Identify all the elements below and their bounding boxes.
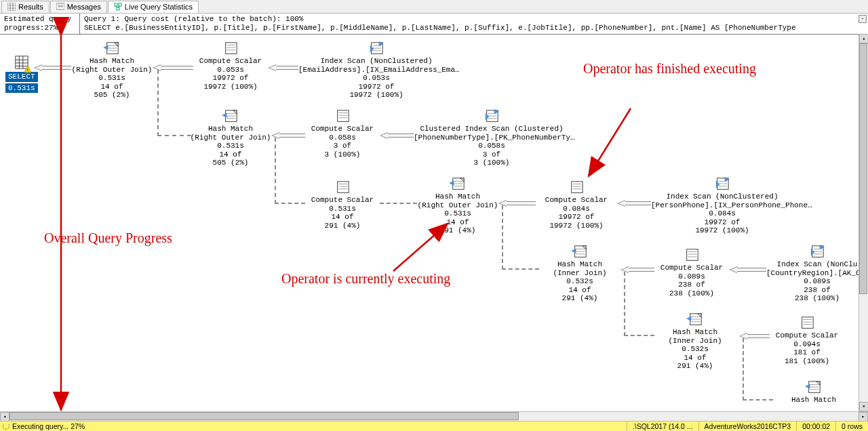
index-scan-icon	[713, 177, 732, 192]
arrow	[34, 64, 71, 71]
live-stats-icon	[114, 3, 122, 11]
op-hash-match-1[interactable]: Hash Match (Right Outer Join) 0.531s 14 …	[71, 41, 153, 100]
connector	[275, 138, 276, 204]
op-hash-match-6[interactable]: Hash Match	[773, 380, 854, 405]
status-bar: Executing query... 27% .\SQL2017 (14.0 .…	[0, 421, 868, 431]
arrow	[729, 266, 766, 273]
svg-marker-91	[686, 316, 691, 321]
svg-rect-95	[802, 317, 814, 329]
status-server: .\SQL2017 (14.0 ...	[627, 422, 698, 431]
status-database: AdventureWorks2016CTP3	[698, 422, 797, 431]
svg-marker-101	[805, 384, 810, 389]
scroll-up-button[interactable]: ▴	[859, 34, 868, 43]
query-cost-panel: Query 1: Query cost (relative to the bat…	[80, 14, 868, 34]
connector	[743, 338, 744, 401]
compute-scalar-icon	[333, 180, 352, 195]
op-clustered-index-scan[interactable]: Clustered Index Scan (Clustered) [PhoneN…	[414, 109, 570, 167]
query-cost-line: Query 1: Query cost (relative to the bat…	[84, 15, 864, 24]
tab-results[interactable]: Results	[1, 1, 50, 13]
scroll-right-button[interactable]: ▸	[859, 412, 868, 422]
hash-match-icon	[221, 109, 240, 124]
connector	[624, 272, 625, 336]
spinner-icon	[3, 423, 9, 430]
hash-match-icon	[804, 380, 823, 395]
svg-marker-59	[449, 181, 454, 186]
hash-match-icon	[570, 245, 589, 260]
execution-plan-canvas[interactable]: ! SELECT 0.531s Hash Match (Right Outer …	[0, 35, 868, 428]
op-select-time: 0.531s	[5, 83, 38, 94]
svg-rect-10	[117, 7, 119, 10]
op-hash-match-5[interactable]: Hash Match (Inner Join) 0.532s 14 of 291…	[654, 312, 736, 371]
op-hash-match-2[interactable]: Hash Match (Right Outer Join) 0.531s 14 …	[190, 109, 271, 167]
op-compute-scalar-6[interactable]: Compute Scalar 0.094s 181 of 181 (100%)	[770, 316, 844, 365]
status-elapsed: 00:00:02	[796, 422, 835, 431]
clustered-index-scan-icon	[482, 109, 501, 124]
tab-live-query-stats[interactable]: Live Query Statistics	[108, 1, 199, 13]
op-hash-match-4[interactable]: Hash Match (Inner Join) 0.532s 14 of 291…	[539, 245, 620, 303]
op-hash-match-3[interactable]: Hash Match (Right Outer Join) 0.531s 14 …	[417, 177, 498, 235]
compute-scalar-icon	[797, 316, 816, 331]
op-index-scan-4[interactable]: Index Scan (NonClu [CountryRegion].[AK_C…	[766, 245, 868, 303]
compute-scalar-icon	[333, 109, 352, 124]
op-select[interactable]: ! SELECT 0.531s	[5, 55, 38, 93]
tab-label: Results	[18, 3, 43, 11]
compute-scalar-icon	[221, 41, 240, 56]
op-index-scan-1[interactable]: Index Scan (NonClustered) [EmailAddress]…	[298, 41, 454, 100]
index-scan-icon	[808, 245, 827, 260]
collapse-header-button[interactable]: -	[859, 15, 867, 23]
scroll-thumb[interactable]	[9, 412, 519, 420]
svg-rect-53	[338, 182, 349, 193]
arrow	[268, 64, 298, 71]
svg-rect-63	[572, 182, 583, 193]
svg-marker-23	[103, 45, 108, 50]
svg-rect-43	[338, 110, 349, 122]
hash-match-icon	[102, 41, 121, 56]
hash-match-icon	[686, 312, 705, 327]
op-compute-scalar-4[interactable]: Compute Scalar 0.084s 19972 of 19972 (10…	[536, 180, 617, 230]
hash-match-icon	[448, 177, 467, 192]
connector	[157, 135, 191, 136]
arrow	[617, 200, 651, 207]
tab-label: Live Query Statistics	[125, 3, 193, 11]
op-compute-scalar-5[interactable]: Compute Scalar 0.089s 238 of 238 (100%)	[654, 248, 729, 297]
connector	[624, 335, 654, 336]
tab-label: Messages	[67, 3, 101, 11]
warning-icon: !	[24, 66, 31, 73]
progress-label: Estimated query progress:27%	[0, 14, 80, 34]
arrow	[739, 333, 770, 340]
op-compute-scalar-3[interactable]: Compute Scalar 0.531s 14 of 291 (4%)	[305, 180, 380, 230]
svg-rect-27	[226, 43, 237, 54]
connector	[275, 203, 305, 204]
connector	[502, 268, 539, 270]
compute-scalar-icon	[682, 248, 701, 263]
index-scan-icon	[367, 41, 386, 56]
svg-marker-75	[571, 249, 576, 253]
horizontal-scrollbar[interactable]: ◂ ▸	[0, 411, 868, 421]
vertical-scrollbar[interactable]: ▴ ▾	[859, 34, 868, 411]
query-header: Estimated query progress:27% Query 1: Qu…	[0, 14, 868, 35]
arrow	[153, 64, 193, 71]
svg-rect-9	[119, 3, 121, 6]
scroll-left-button[interactable]: ◂	[0, 412, 9, 422]
op-compute-scalar-2[interactable]: Compute Scalar 0.058s 3 of 3 (100%)	[305, 109, 380, 159]
arrow	[271, 132, 305, 139]
op-index-scan-3[interactable]: Index Scan (NonClustered) [PersonPhone].…	[651, 177, 793, 235]
svg-rect-8	[115, 3, 117, 6]
compute-scalar-icon	[567, 180, 586, 195]
messages-icon	[56, 3, 64, 11]
svg-text:!: !	[26, 67, 30, 73]
arrow	[380, 132, 414, 139]
status-rows: 0 rows	[835, 422, 868, 431]
op-compute-scalar-1[interactable]: Compute Scalar 0.053s 19972 of 19972 (10…	[193, 41, 268, 91]
svg-rect-79	[687, 249, 698, 261]
scroll-down-button[interactable]: ▾	[859, 402, 868, 411]
svg-marker-39	[222, 113, 226, 118]
tab-messages[interactable]: Messages	[50, 1, 107, 13]
connector	[502, 205, 503, 270]
status-executing: Executing query... 27%	[0, 422, 87, 431]
scroll-thumb[interactable]	[859, 43, 867, 294]
connector	[157, 70, 159, 136]
op-select-label: SELECT	[5, 72, 38, 82]
svg-rect-0	[7, 3, 16, 11]
arrow	[620, 266, 654, 273]
